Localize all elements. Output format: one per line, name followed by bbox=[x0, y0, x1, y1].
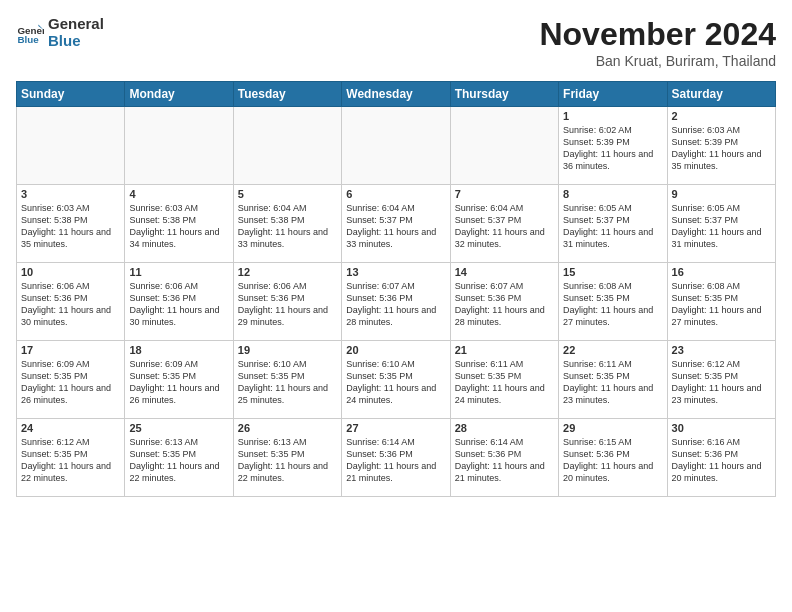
calendar-cell bbox=[17, 107, 125, 185]
calendar-cell: 29Sunrise: 6:15 AM Sunset: 5:36 PM Dayli… bbox=[559, 419, 667, 497]
calendar-cell: 25Sunrise: 6:13 AM Sunset: 5:35 PM Dayli… bbox=[125, 419, 233, 497]
calendar-cell: 14Sunrise: 6:07 AM Sunset: 5:36 PM Dayli… bbox=[450, 263, 558, 341]
page-header: General Blue General Blue November 2024 … bbox=[16, 16, 776, 69]
day-info: Sunrise: 6:04 AM Sunset: 5:38 PM Dayligh… bbox=[238, 202, 337, 251]
day-info: Sunrise: 6:12 AM Sunset: 5:35 PM Dayligh… bbox=[672, 358, 771, 407]
calendar-cell: 1Sunrise: 6:02 AM Sunset: 5:39 PM Daylig… bbox=[559, 107, 667, 185]
calendar-cell: 18Sunrise: 6:09 AM Sunset: 5:35 PM Dayli… bbox=[125, 341, 233, 419]
calendar-week-row: 17Sunrise: 6:09 AM Sunset: 5:35 PM Dayli… bbox=[17, 341, 776, 419]
day-info: Sunrise: 6:06 AM Sunset: 5:36 PM Dayligh… bbox=[129, 280, 228, 329]
calendar-cell: 22Sunrise: 6:11 AM Sunset: 5:35 PM Dayli… bbox=[559, 341, 667, 419]
day-number: 17 bbox=[21, 344, 120, 356]
weekday-header-friday: Friday bbox=[559, 82, 667, 107]
day-number: 4 bbox=[129, 188, 228, 200]
calendar-cell: 8Sunrise: 6:05 AM Sunset: 5:37 PM Daylig… bbox=[559, 185, 667, 263]
calendar-cell: 27Sunrise: 6:14 AM Sunset: 5:36 PM Dayli… bbox=[342, 419, 450, 497]
calendar-week-row: 10Sunrise: 6:06 AM Sunset: 5:36 PM Dayli… bbox=[17, 263, 776, 341]
weekday-header-thursday: Thursday bbox=[450, 82, 558, 107]
day-info: Sunrise: 6:15 AM Sunset: 5:36 PM Dayligh… bbox=[563, 436, 662, 485]
day-info: Sunrise: 6:12 AM Sunset: 5:35 PM Dayligh… bbox=[21, 436, 120, 485]
calendar-cell: 6Sunrise: 6:04 AM Sunset: 5:37 PM Daylig… bbox=[342, 185, 450, 263]
logo-text: General Blue bbox=[48, 16, 104, 49]
calendar-cell: 10Sunrise: 6:06 AM Sunset: 5:36 PM Dayli… bbox=[17, 263, 125, 341]
day-number: 6 bbox=[346, 188, 445, 200]
calendar-cell: 9Sunrise: 6:05 AM Sunset: 5:37 PM Daylig… bbox=[667, 185, 775, 263]
day-info: Sunrise: 6:10 AM Sunset: 5:35 PM Dayligh… bbox=[346, 358, 445, 407]
day-info: Sunrise: 6:13 AM Sunset: 5:35 PM Dayligh… bbox=[238, 436, 337, 485]
weekday-header-sunday: Sunday bbox=[17, 82, 125, 107]
day-info: Sunrise: 6:04 AM Sunset: 5:37 PM Dayligh… bbox=[455, 202, 554, 251]
day-number: 20 bbox=[346, 344, 445, 356]
day-info: Sunrise: 6:10 AM Sunset: 5:35 PM Dayligh… bbox=[238, 358, 337, 407]
day-info: Sunrise: 6:07 AM Sunset: 5:36 PM Dayligh… bbox=[455, 280, 554, 329]
calendar-week-row: 24Sunrise: 6:12 AM Sunset: 5:35 PM Dayli… bbox=[17, 419, 776, 497]
day-info: Sunrise: 6:09 AM Sunset: 5:35 PM Dayligh… bbox=[21, 358, 120, 407]
day-info: Sunrise: 6:11 AM Sunset: 5:35 PM Dayligh… bbox=[455, 358, 554, 407]
day-number: 3 bbox=[21, 188, 120, 200]
calendar-cell: 13Sunrise: 6:07 AM Sunset: 5:36 PM Dayli… bbox=[342, 263, 450, 341]
calendar-cell: 24Sunrise: 6:12 AM Sunset: 5:35 PM Dayli… bbox=[17, 419, 125, 497]
calendar-week-row: 1Sunrise: 6:02 AM Sunset: 5:39 PM Daylig… bbox=[17, 107, 776, 185]
title-block: November 2024 Ban Kruat, Buriram, Thaila… bbox=[539, 16, 776, 69]
day-number: 28 bbox=[455, 422, 554, 434]
calendar-cell: 26Sunrise: 6:13 AM Sunset: 5:35 PM Dayli… bbox=[233, 419, 341, 497]
day-number: 15 bbox=[563, 266, 662, 278]
day-number: 9 bbox=[672, 188, 771, 200]
calendar-cell: 20Sunrise: 6:10 AM Sunset: 5:35 PM Dayli… bbox=[342, 341, 450, 419]
day-info: Sunrise: 6:14 AM Sunset: 5:36 PM Dayligh… bbox=[346, 436, 445, 485]
day-info: Sunrise: 6:14 AM Sunset: 5:36 PM Dayligh… bbox=[455, 436, 554, 485]
weekday-header-monday: Monday bbox=[125, 82, 233, 107]
day-number: 8 bbox=[563, 188, 662, 200]
day-info: Sunrise: 6:05 AM Sunset: 5:37 PM Dayligh… bbox=[563, 202, 662, 251]
calendar-cell: 19Sunrise: 6:10 AM Sunset: 5:35 PM Dayli… bbox=[233, 341, 341, 419]
calendar-cell bbox=[125, 107, 233, 185]
day-info: Sunrise: 6:03 AM Sunset: 5:38 PM Dayligh… bbox=[21, 202, 120, 251]
calendar-cell: 5Sunrise: 6:04 AM Sunset: 5:38 PM Daylig… bbox=[233, 185, 341, 263]
day-info: Sunrise: 6:08 AM Sunset: 5:35 PM Dayligh… bbox=[563, 280, 662, 329]
calendar-cell: 7Sunrise: 6:04 AM Sunset: 5:37 PM Daylig… bbox=[450, 185, 558, 263]
logo-general-text: General bbox=[48, 16, 104, 33]
calendar-cell: 12Sunrise: 6:06 AM Sunset: 5:36 PM Dayli… bbox=[233, 263, 341, 341]
day-number: 5 bbox=[238, 188, 337, 200]
calendar-cell: 23Sunrise: 6:12 AM Sunset: 5:35 PM Dayli… bbox=[667, 341, 775, 419]
calendar-cell: 17Sunrise: 6:09 AM Sunset: 5:35 PM Dayli… bbox=[17, 341, 125, 419]
day-number: 26 bbox=[238, 422, 337, 434]
day-number: 27 bbox=[346, 422, 445, 434]
day-number: 14 bbox=[455, 266, 554, 278]
calendar-cell: 3Sunrise: 6:03 AM Sunset: 5:38 PM Daylig… bbox=[17, 185, 125, 263]
calendar-table: SundayMondayTuesdayWednesdayThursdayFrid… bbox=[16, 81, 776, 497]
weekday-header-tuesday: Tuesday bbox=[233, 82, 341, 107]
day-info: Sunrise: 6:06 AM Sunset: 5:36 PM Dayligh… bbox=[21, 280, 120, 329]
logo: General Blue General Blue bbox=[16, 16, 104, 49]
day-number: 18 bbox=[129, 344, 228, 356]
day-info: Sunrise: 6:07 AM Sunset: 5:36 PM Dayligh… bbox=[346, 280, 445, 329]
day-number: 2 bbox=[672, 110, 771, 122]
day-number: 11 bbox=[129, 266, 228, 278]
logo-icon: General Blue bbox=[16, 19, 44, 47]
weekday-header-saturday: Saturday bbox=[667, 82, 775, 107]
calendar-cell: 30Sunrise: 6:16 AM Sunset: 5:36 PM Dayli… bbox=[667, 419, 775, 497]
day-info: Sunrise: 6:03 AM Sunset: 5:38 PM Dayligh… bbox=[129, 202, 228, 251]
calendar-cell: 2Sunrise: 6:03 AM Sunset: 5:39 PM Daylig… bbox=[667, 107, 775, 185]
day-number: 13 bbox=[346, 266, 445, 278]
day-info: Sunrise: 6:03 AM Sunset: 5:39 PM Dayligh… bbox=[672, 124, 771, 173]
location: Ban Kruat, Buriram, Thailand bbox=[539, 53, 776, 69]
calendar-cell: 16Sunrise: 6:08 AM Sunset: 5:35 PM Dayli… bbox=[667, 263, 775, 341]
day-info: Sunrise: 6:06 AM Sunset: 5:36 PM Dayligh… bbox=[238, 280, 337, 329]
calendar-cell: 28Sunrise: 6:14 AM Sunset: 5:36 PM Dayli… bbox=[450, 419, 558, 497]
day-number: 30 bbox=[672, 422, 771, 434]
svg-text:Blue: Blue bbox=[17, 33, 39, 44]
calendar-cell bbox=[450, 107, 558, 185]
weekday-header-row: SundayMondayTuesdayWednesdayThursdayFrid… bbox=[17, 82, 776, 107]
calendar-cell: 21Sunrise: 6:11 AM Sunset: 5:35 PM Dayli… bbox=[450, 341, 558, 419]
calendar-cell: 15Sunrise: 6:08 AM Sunset: 5:35 PM Dayli… bbox=[559, 263, 667, 341]
calendar-cell bbox=[233, 107, 341, 185]
day-number: 29 bbox=[563, 422, 662, 434]
day-number: 25 bbox=[129, 422, 228, 434]
weekday-header-wednesday: Wednesday bbox=[342, 82, 450, 107]
day-info: Sunrise: 6:05 AM Sunset: 5:37 PM Dayligh… bbox=[672, 202, 771, 251]
day-info: Sunrise: 6:16 AM Sunset: 5:36 PM Dayligh… bbox=[672, 436, 771, 485]
calendar-cell: 4Sunrise: 6:03 AM Sunset: 5:38 PM Daylig… bbox=[125, 185, 233, 263]
day-info: Sunrise: 6:11 AM Sunset: 5:35 PM Dayligh… bbox=[563, 358, 662, 407]
day-info: Sunrise: 6:04 AM Sunset: 5:37 PM Dayligh… bbox=[346, 202, 445, 251]
